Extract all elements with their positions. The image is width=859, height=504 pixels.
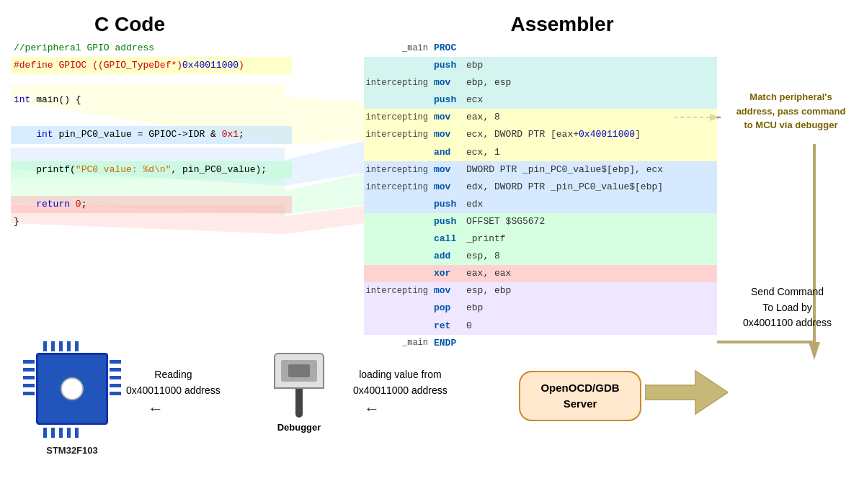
reading-label: Reading0x40011000 address [126,367,221,398]
asm-row-5: intercepting mov eax, 8 [364,109,717,126]
asm-row-10: push edx [364,196,717,213]
asm-row-4: push ecx [364,91,717,109]
c-line-comment: //peripheral GPIO address [11,40,292,57]
c-line-blank4 [11,179,292,196]
asm-row-17: ret 0 [364,318,717,335]
asm-row-18: _main ENDP [364,335,717,352]
loading-label: loading value from0x40011000 address [353,367,448,398]
debugger-area: Debugger [274,353,324,433]
c-code-title: C Code [58,13,202,36]
arrow-to-debugger: ← [364,400,380,418]
asm-row-12: call _printf [364,230,717,248]
debugger-label: Debugger [277,422,321,433]
send-command-label: Send CommandTo Load by0x4001100 address [728,284,847,331]
c-line-blank3 [11,144,292,161]
asm-row-16: pop ebp [364,300,717,317]
asm-row-1: _main PROC [364,40,717,57]
asm-row-3: intercepting mov ebp, esp [364,74,717,91]
asm-row-7: and ecx, 1 [364,144,717,161]
c-line-pin-val: int pin_PC0_value = GPIOC->IDR & 0x1; [11,126,292,143]
asm-row-9: intercepting mov edx, DWORD PTR _pin_PC0… [364,179,717,196]
c-line-printf: printf("PC0 value: %d\n", pin_PC0_value)… [11,161,292,179]
svg-marker-9 [645,371,728,414]
openocd-label: OpenOCD/GDBServer [540,380,619,413]
assembler-title: Assembler [418,13,706,36]
c-line-close: } [11,213,292,230]
asm-row-15: intercepting mov esp, ebp [364,282,717,300]
big-arrow-left [645,367,728,420]
asm-row-6: intercepting mov ecx, DWORD PTR [eax+0x4… [364,126,717,143]
c-line-return: return 0; [11,196,292,213]
asm-row-11: push OFFSET $SG5672 [364,213,717,230]
svg-marker-8 [809,342,820,360]
c-code-panel: //peripheral GPIO address #define GPIOC … [11,40,292,230]
mcu-chip: STM32F103 [36,353,108,456]
asm-row-13: add esp, 8 [364,248,717,265]
asm-row-2: push ebp [364,57,717,74]
arrow-to-mcu: ← [148,400,164,418]
c-line-blank1 [11,74,292,91]
asm-row-14: xor eax, eax [364,265,717,282]
openocd-gdb-box: OpenOCD/GDBServer [519,371,641,421]
mcu-label: STM32F103 [46,445,98,456]
right-annotation: Match peripheral'saddress, pass commandt… [728,90,854,132]
c-line-define: #define GPIOC ((GPIO_TypeDef*)0x40011000… [11,57,292,74]
c-line-main: int main() { [11,91,292,109]
c-line-blank2 [11,109,292,126]
asm-panel: _main PROC push ebp intercepting mov ebp… [364,40,717,352]
asm-row-8: intercepting mov DWORD PTR _pin_PC0_valu… [364,161,717,179]
